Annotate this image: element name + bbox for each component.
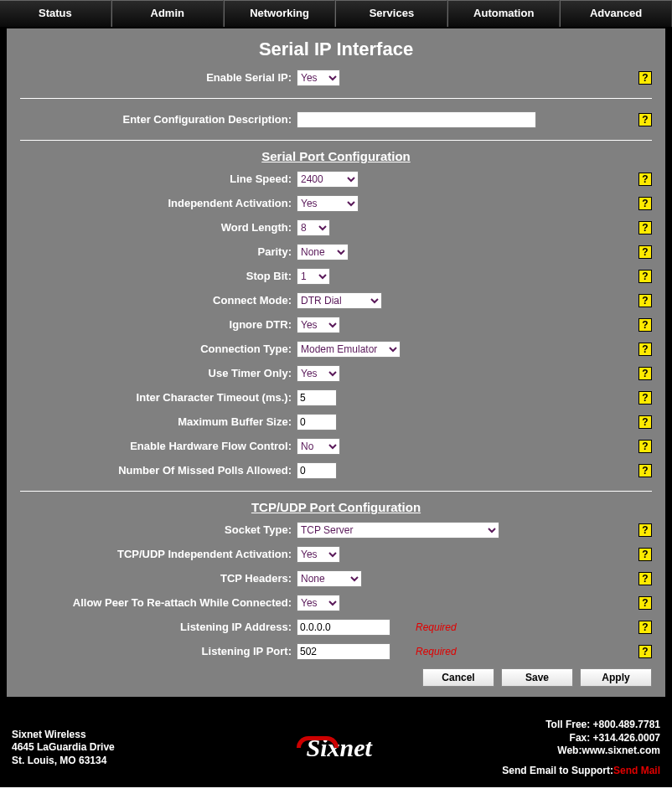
listening-port-input[interactable] [297,643,390,660]
nav-admin[interactable]: Admin [111,0,224,27]
listening-ip-input[interactable] [297,619,390,636]
max-buffer-size-input[interactable] [297,414,337,430]
help-icon[interactable]: ? [638,367,652,380]
footer-fax: Fax: +314.426.0007 [444,732,660,745]
tcp-headers-select[interactable]: None [297,570,362,587]
main-nav: Status Admin Networking Services Automat… [0,0,672,27]
help-icon[interactable]: ? [638,221,652,234]
help-icon[interactable]: ? [638,343,652,356]
help-icon[interactable]: ? [638,391,652,405]
footer-support-label: Send Email to Support: [502,765,613,776]
line-speed-select[interactable]: 2400 [297,171,359,188]
tcp-udp-ind-act-select[interactable]: Yes [297,546,340,563]
apply-button[interactable]: Apply [580,668,652,687]
logo-arc-icon [297,736,339,748]
inter-char-timeout-label: Inter Character Timeout (ms.): [20,391,297,404]
help-icon[interactable]: ? [638,245,652,259]
help-icon[interactable]: ? [638,173,652,186]
help-icon[interactable]: ? [638,113,652,126]
save-button[interactable]: Save [501,668,573,687]
help-icon[interactable]: ? [638,270,652,283]
sixnet-logo: Sixnet [300,747,372,759]
word-length-label: Word Length: [20,221,297,234]
help-icon[interactable]: ? [638,596,652,610]
nav-networking[interactable]: Networking [224,0,336,27]
help-icon[interactable]: ? [638,464,652,477]
enable-serial-ip-label: Enable Serial IP: [20,71,297,84]
allow-peer-reattach-label: Allow Peer To Re-attach While Connected: [20,596,297,609]
use-timer-only-select[interactable]: Yes [297,365,340,382]
connect-mode-label: Connect Mode: [20,294,297,307]
use-timer-only-label: Use Timer Only: [20,367,297,379]
stop-bit-label: Stop Bit: [20,270,297,282]
nav-status[interactable]: Status [0,0,111,27]
footer: Sixnet Wireless 4645 LaGuardia Drive St.… [0,704,672,787]
cancel-button[interactable]: Cancel [422,668,494,687]
independent-activation-label: Independent Activation: [20,197,297,209]
connect-mode-select[interactable]: DTR Dial [297,292,382,309]
help-icon[interactable]: ? [638,71,652,85]
listening-port-label: Listening IP Port: [20,645,297,657]
footer-company: Sixnet Wireless [12,729,228,742]
connection-type-label: Connection Type: [20,343,297,355]
page-body: Serial IP Interface Enable Serial IP: Ye… [5,27,667,698]
required-text: Required [416,621,457,633]
parity-select[interactable]: None [297,244,349,260]
listening-ip-label: Listening IP Address: [20,621,297,633]
enable-serial-ip-select[interactable]: Yes [297,70,340,86]
max-buffer-size-label: Maximum Buffer Size: [20,415,297,428]
help-icon[interactable]: ? [638,572,652,585]
independent-activation-select[interactable]: Yes [297,195,359,212]
help-icon[interactable]: ? [638,440,652,453]
line-speed-label: Line Speed: [20,173,297,185]
nav-automation[interactable]: Automation [447,0,560,27]
help-icon[interactable]: ? [638,415,652,429]
tcp-udp-ind-act-label: TCP/UDP Independent Activation: [20,548,297,560]
config-desc-input[interactable] [297,111,536,128]
send-mail-link[interactable]: Send Mail [613,765,660,776]
nav-advanced[interactable]: Advanced [560,0,672,27]
footer-tollfree: Toll Free: +800.489.7781 [444,719,660,732]
word-length-select[interactable]: 8 [297,219,330,236]
socket-type-label: Socket Type: [20,523,297,536]
connection-type-select[interactable]: Modem Emulator [297,341,401,358]
help-icon[interactable]: ? [638,318,652,332]
ignore-dtr-select[interactable]: Yes [297,317,340,333]
hw-flow-control-select[interactable]: No [297,438,340,455]
tcp-udp-config-heading: TCP/UDP Port Configuration [20,500,652,514]
footer-address1: 4645 LaGuardia Drive [12,741,228,755]
parity-label: Parity: [20,245,297,258]
inter-char-timeout-input[interactable] [297,389,337,406]
help-icon[interactable]: ? [638,548,652,561]
help-icon[interactable]: ? [638,523,652,537]
allow-peer-reattach-select[interactable]: Yes [297,595,340,611]
hw-flow-control-label: Enable Hardware Flow Control: [20,440,297,452]
missed-polls-label: Number Of Missed Polls Allowed: [20,464,297,477]
help-icon[interactable]: ? [638,621,652,634]
footer-address2: St. Louis, MO 63134 [12,755,228,768]
socket-type-select[interactable]: TCP Server [297,522,499,539]
required-text: Required [416,646,457,657]
stop-bit-select[interactable]: 1 [297,268,330,285]
serial-port-config-heading: Serial Port Configuration [20,149,652,163]
help-icon[interactable]: ? [638,294,652,307]
ignore-dtr-label: Ignore DTR: [20,318,297,331]
tcp-headers-label: TCP Headers: [20,572,297,585]
missed-polls-input[interactable] [297,462,337,479]
footer-web-label: Web: [557,745,582,756]
config-desc-label: Enter Configuration Description: [20,113,297,126]
help-icon[interactable]: ? [638,645,652,658]
footer-web-link[interactable]: www.sixnet.com [582,745,660,756]
page-title: Serial IP Interface [20,39,652,60]
nav-services[interactable]: Services [335,0,447,27]
help-icon[interactable]: ? [638,197,652,210]
